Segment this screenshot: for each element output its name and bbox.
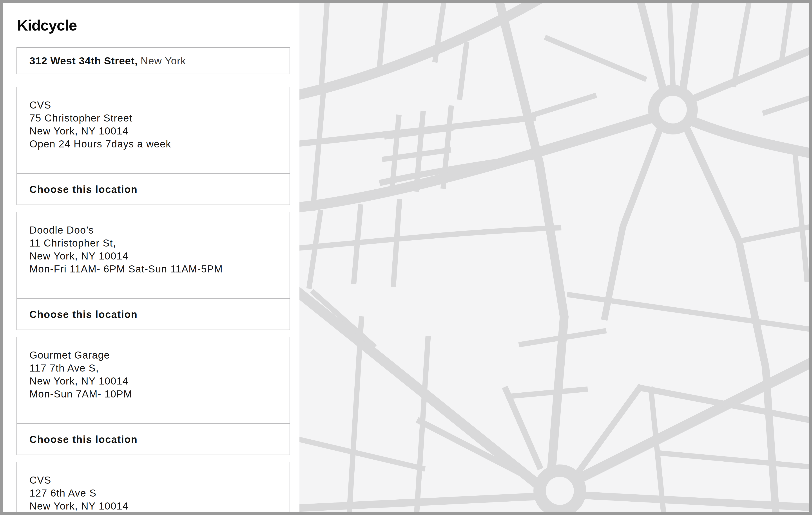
map-pane <box>299 3 809 512</box>
choose-location-button[interactable]: Choose this location <box>17 423 290 455</box>
locations-panel: Kidcycle 312 West 34th Street, New York … <box>3 3 299 512</box>
location-info: Doodle Doo’s 11 Christopher St, New York… <box>17 212 290 298</box>
location-address-line2: New York, NY 10014 <box>29 250 281 262</box>
location-name: Gourmet Garage <box>29 349 281 362</box>
location-hours: Open 24 Hours 7days a week <box>29 138 281 150</box>
location-address-line1: 117 7th Ave S, <box>29 362 281 375</box>
location-address-line1: 127 6th Ave S <box>29 487 281 499</box>
location-info: Gourmet Garage 117 7th Ave S, New York, … <box>17 337 290 423</box>
location-info: CVS 127 6th Ave S New York, NY 10014 <box>17 462 290 512</box>
location-card: CVS 127 6th Ave S New York, NY 10014 <box>17 462 290 512</box>
map-illustration <box>299 3 809 512</box>
search-query-typed: 312 West 34th Street, <box>29 55 138 67</box>
location-name: CVS <box>29 474 281 487</box>
location-hours: Mon-Fri 11AM- 6PM Sat-Sun 11AM-5PM <box>29 262 281 276</box>
location-hours: Mon-Sun 7AM- 10PM <box>29 388 281 401</box>
location-card: Doodle Doo’s 11 Christopher St, New York… <box>17 212 290 330</box>
app-window: Kidcycle 312 West 34th Street, New York … <box>0 0 812 515</box>
search-query-completion: New York <box>141 55 186 67</box>
location-card: CVS 75 Christopher Street New York, NY 1… <box>17 87 290 205</box>
choose-location-button[interactable]: Choose this location <box>17 173 290 205</box>
location-info: CVS 75 Christopher Street New York, NY 1… <box>17 87 290 173</box>
location-address-line2: New York, NY 10014 <box>29 124 281 138</box>
location-address-line2: New York, NY 10014 <box>29 499 281 512</box>
location-address-line2: New York, NY 10014 <box>29 375 281 388</box>
choose-location-button[interactable]: Choose this location <box>17 298 290 330</box>
location-address-line1: 75 Christopher Street <box>29 112 281 124</box>
location-address-line1: 11 Christopher St, <box>29 237 281 250</box>
roundabout-north <box>648 85 698 135</box>
brand-logo: Kidcycle <box>17 17 77 34</box>
search-input[interactable]: 312 West 34th Street, New York <box>17 47 290 74</box>
location-card: Gourmet Garage 117 7th Ave S, New York, … <box>17 337 290 455</box>
location-name: Doodle Doo’s <box>29 224 281 237</box>
location-name: CVS <box>29 99 281 112</box>
